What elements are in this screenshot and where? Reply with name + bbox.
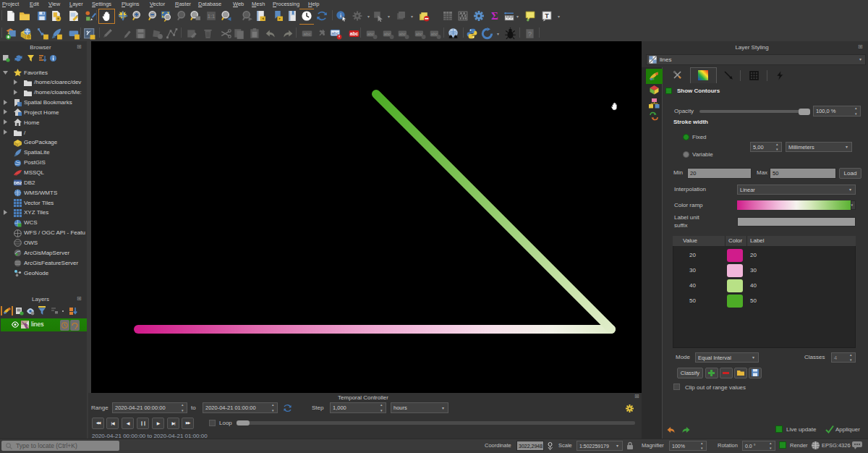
svg-text:abc: abc	[431, 31, 438, 35]
svg-text:T: T	[545, 12, 549, 19]
svg-text:abc: abc	[367, 31, 374, 35]
svg-text:abc: abc	[303, 30, 310, 35]
svg-text:⚙: ⚙	[27, 34, 31, 39]
svg-text:abc: abc	[331, 30, 339, 35]
svg-text:abc: abc	[399, 31, 406, 35]
svg-text:abc: abc	[416, 31, 422, 35]
svg-text:?: ?	[528, 30, 532, 37]
svg-text:1:1: 1:1	[208, 12, 215, 19]
svg-text:Σ: Σ	[491, 10, 498, 22]
svg-text:abc: abc	[350, 31, 359, 36]
svg-text:abc: abc	[384, 31, 391, 35]
svg-text:DB2: DB2	[14, 181, 22, 185]
